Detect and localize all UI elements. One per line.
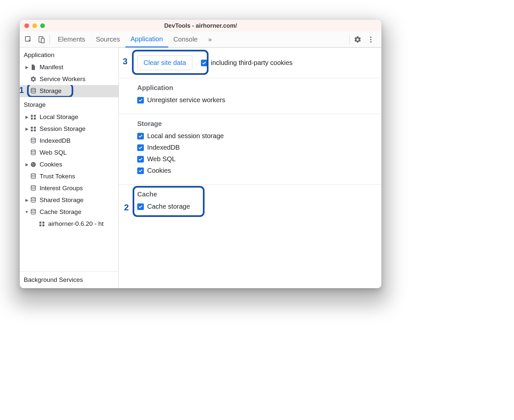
sidebar-item-label: Interest Groups — [40, 185, 83, 192]
svg-point-21 — [31, 174, 35, 175]
sidebar-item-label: Manifest — [40, 64, 63, 71]
database-icon — [30, 185, 37, 192]
disclosure-triangle-icon: ▶ — [24, 127, 29, 131]
database-icon — [30, 196, 37, 204]
disclosure-triangle-icon: ▶ — [24, 198, 29, 202]
settings-gear-icon[interactable] — [351, 33, 364, 46]
local-session-storage-checkbox[interactable] — [137, 133, 144, 139]
sidebar-item-manifest[interactable]: ▶ Manifest — [20, 61, 118, 73]
sidebar-item-label: airhorner-0.6.20 - ht — [48, 220, 104, 227]
tab-console[interactable]: Console — [168, 32, 203, 47]
database-icon — [30, 87, 37, 95]
database-icon — [30, 149, 37, 156]
third-party-cookies-checkbox[interactable] — [201, 60, 208, 66]
section-heading: Storage — [137, 120, 381, 128]
grid-icon — [38, 220, 46, 227]
sidebar-item-label: Cache Storage — [40, 208, 81, 216]
sidebar-item-service-workers[interactable]: Service Workers — [20, 73, 118, 85]
sidebar-section-storage: Storage — [20, 97, 118, 111]
file-icon — [30, 64, 37, 71]
svg-rect-13 — [31, 130, 33, 132]
inspect-element-icon[interactable] — [22, 33, 35, 46]
sidebar-item-local-storage[interactable]: ▶ Local Storage — [20, 111, 118, 123]
tabs-overflow-icon[interactable]: » — [203, 32, 217, 47]
unregister-service-workers-checkbox[interactable] — [137, 97, 144, 104]
window-close-button[interactable] — [24, 23, 29, 28]
checkbox-label: Web SQL — [147, 155, 176, 163]
svg-point-20 — [33, 165, 34, 166]
traffic-lights — [24, 23, 45, 28]
svg-point-5 — [370, 41, 371, 43]
sidebar-item-session-storage[interactable]: ▶ Session Storage — [20, 123, 118, 135]
web-sql-checkbox[interactable] — [137, 156, 144, 163]
toggle-device-toolbar-icon[interactable] — [35, 33, 48, 46]
svg-point-22 — [31, 186, 35, 187]
disclosure-triangle-icon: ▶ — [24, 162, 29, 167]
sidebar-item-label: IndexedDB — [40, 137, 71, 144]
svg-point-4 — [370, 39, 371, 40]
database-icon — [30, 208, 37, 216]
svg-rect-14 — [34, 130, 36, 132]
sidebar-section-background-services[interactable]: Background Services — [20, 271, 118, 288]
window-zoom-button[interactable] — [40, 23, 45, 28]
annotation-number: 1 — [20, 85, 24, 95]
storage-panel: Clear site data including third-party co… — [119, 47, 381, 288]
clear-site-data-row: Clear site data including third-party co… — [119, 48, 381, 78]
sidebar-item-shared-storage[interactable]: ▶ Shared Storage — [20, 194, 118, 206]
cookie-icon — [30, 161, 37, 168]
sidebar-item-interest-groups[interactable]: Interest Groups — [20, 182, 118, 194]
sidebar-item-label: Cookies — [40, 161, 62, 168]
svg-rect-26 — [43, 222, 45, 224]
cache-storage-checkbox[interactable] — [137, 203, 144, 210]
svg-rect-25 — [40, 222, 42, 224]
tab-elements[interactable]: Elements — [52, 32, 90, 47]
devtools-window: DevTools - airhorner.com/ Elements Sourc… — [20, 20, 381, 288]
sidebar-item-label: Service Workers — [40, 75, 85, 83]
svg-rect-27 — [40, 225, 42, 226]
checkbox-label: Cookies — [147, 167, 171, 174]
sidebar-item-cache-storage[interactable]: ▼ Cache Storage — [20, 206, 118, 218]
svg-point-23 — [31, 197, 35, 199]
sidebar-item-trust-tokens[interactable]: Trust Tokens — [20, 170, 118, 182]
sidebar-item-label: Shared Storage — [40, 196, 83, 204]
sidebar-item-label: Session Storage — [40, 125, 85, 133]
sidebar-item-label: Local Storage — [40, 113, 78, 121]
sidebar-item-web-sql[interactable]: Web SQL — [20, 147, 118, 159]
svg-point-16 — [31, 150, 35, 152]
annotation-number: 2 — [124, 202, 129, 213]
sidebar-item-label: Web SQL — [40, 149, 67, 156]
gear-icon — [30, 75, 37, 83]
sidebar-item-cookies[interactable]: ▶ Cookies — [20, 159, 118, 170]
application-sidebar: Application ▶ Manifest Service Workers — [20, 47, 119, 288]
disclosure-triangle-icon: ▼ — [24, 210, 29, 214]
more-options-icon[interactable] — [364, 33, 377, 46]
titlebar: DevTools - airhorner.com/ — [20, 20, 381, 32]
svg-point-24 — [31, 209, 35, 211]
svg-point-6 — [31, 88, 35, 90]
window-title: DevTools - airhorner.com/ — [20, 22, 381, 29]
sidebar-item-storage[interactable]: Storage 1 — [20, 85, 118, 97]
annotation-number: 3 — [123, 56, 127, 67]
grid-icon — [30, 113, 37, 121]
svg-rect-2 — [41, 38, 44, 43]
svg-point-15 — [31, 138, 35, 140]
tab-application[interactable]: Application — [125, 32, 168, 47]
svg-point-19 — [34, 164, 35, 165]
checkbox-label: Cache storage — [147, 203, 190, 210]
checkbox-label: Unregister service workers — [147, 96, 225, 104]
section-application: Application Unregister service workers — [119, 78, 381, 114]
clear-site-data-button[interactable]: Clear site data — [137, 55, 192, 70]
disclosure-triangle-icon: ▶ — [24, 65, 29, 70]
sidebar-item-label: Storage — [40, 87, 62, 95]
tab-sources[interactable]: Sources — [90, 32, 125, 47]
indexeddb-checkbox[interactable] — [137, 144, 144, 151]
disclosure-triangle-icon: ▶ — [24, 115, 29, 119]
window-minimize-button[interactable] — [32, 23, 37, 28]
svg-rect-9 — [31, 118, 33, 120]
svg-rect-10 — [34, 118, 36, 120]
svg-rect-12 — [34, 127, 36, 129]
svg-point-17 — [31, 162, 36, 167]
cookies-checkbox[interactable] — [137, 167, 144, 174]
sidebar-item-indexeddb[interactable]: IndexedDB — [20, 135, 118, 147]
sidebar-item-cache-entry[interactable]: airhorner-0.6.20 - ht — [20, 218, 118, 230]
